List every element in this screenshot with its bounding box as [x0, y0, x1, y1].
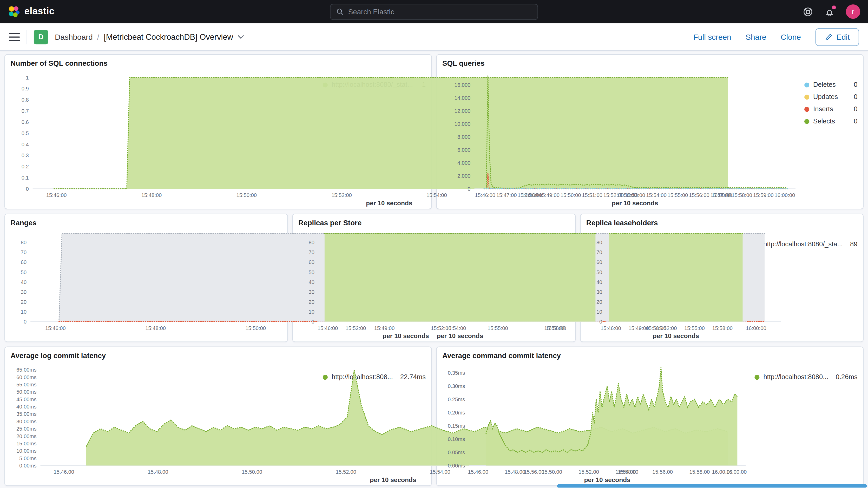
legend-value: 0.26ms [836, 373, 858, 381]
space-badge[interactable]: D [34, 30, 48, 44]
y-tick-label: 65.00ms [17, 367, 37, 373]
legend-value: 0 [854, 93, 857, 101]
panel-body: 0.35ms0.30ms0.25ms0.20ms0.15ms0.10ms0.05… [442, 361, 858, 484]
y-tick-label: 10.00ms [17, 448, 37, 454]
y-tick-label: 60.00ms [17, 374, 37, 380]
series-area-selects [484, 75, 788, 189]
y-tick-label: 50 [596, 270, 602, 275]
x-tick-label: 15:49:00 [539, 192, 560, 198]
y-tick-label: 0.6 [22, 119, 29, 125]
y-tick-label: 60 [596, 259, 602, 265]
panel-title: Number of SQL connections [10, 59, 426, 67]
full-screen-button[interactable]: Full screen [693, 32, 731, 41]
y-tick-label: 8,000 [457, 134, 471, 140]
topbar-right-controls: r [803, 4, 861, 19]
notifications-button[interactable] [824, 6, 835, 17]
y-tick-label: 12,000 [455, 108, 471, 114]
chart-average-command-commit-latency[interactable]: 0.35ms0.30ms0.25ms0.20ms0.15ms0.10ms0.05… [442, 361, 751, 484]
y-tick-label: 15.00ms [17, 441, 37, 447]
y-tick-label: 0 [599, 319, 602, 325]
notification-badge-dot [832, 5, 836, 9]
legend-value: 0 [854, 118, 857, 125]
legend-label: Updates [813, 93, 846, 101]
x-tick-label: 15:55:00 [684, 325, 705, 331]
edit-button[interactable]: Edit [815, 28, 859, 46]
y-tick-label: 0.20ms [448, 410, 465, 416]
user-avatar[interactable]: r [846, 4, 860, 19]
y-tick-label: 2,000 [457, 173, 471, 179]
y-tick-label: 30.00ms [17, 419, 37, 424]
x-tick-label: 16:00:00 [726, 469, 747, 475]
y-tick-label: 30 [21, 289, 27, 295]
x-axis-title: per 10 seconds [584, 476, 630, 483]
kibana-dashboard-app: elastic [0, 0, 868, 488]
chart-ranges[interactable]: 8070605040302010015:46:0015:48:0015:50:0… [10, 228, 211, 340]
y-tick-label: 80 [308, 240, 314, 245]
legend-item[interactable]: Inserts0 [804, 105, 857, 113]
y-tick-label: 60 [308, 259, 314, 265]
panel-body: 10.90.80.70.60.50.40.30.20.1015:46:0015:… [10, 69, 426, 208]
help-ring-icon[interactable] [803, 6, 813, 17]
y-tick-label: 50 [21, 270, 27, 275]
y-tick-label: 40.00ms [17, 404, 37, 409]
legend-item[interactable]: Deletes0 [804, 81, 857, 89]
elastic-logo-icon [8, 5, 20, 18]
clone-button[interactable]: Clone [781, 32, 801, 41]
y-tick-label: 0.2 [22, 164, 29, 170]
search-input[interactable] [348, 7, 532, 16]
y-tick-label: 0.25ms [448, 397, 465, 402]
legend-item[interactable]: Updates0 [804, 93, 857, 101]
y-tick-label: 0.15ms [448, 423, 465, 429]
horizontal-scrollbar-thumb[interactable] [557, 484, 867, 488]
breadcrumb: Dashboard / [Metricbeat CockroachDB] Ove… [55, 32, 244, 41]
y-tick-label: 30 [596, 289, 602, 295]
x-tick-label: 15:56:00 [689, 192, 710, 198]
y-tick-label: 0.30ms [448, 383, 465, 389]
legend-item[interactable]: Selects0 [804, 118, 857, 125]
x-tick-label: 15:49:00 [628, 325, 649, 331]
breadcrumb-dashboard-link[interactable]: Dashboard [55, 32, 93, 41]
x-axis-title: per 10 seconds [612, 200, 658, 207]
series-area-command-latency [486, 367, 737, 465]
y-tick-label: 50 [308, 270, 314, 275]
y-tick-label: 0 [467, 186, 470, 192]
panel-row-1: Number of SQL connections10.90.80.70.60.… [4, 54, 864, 209]
x-tick-label: 15:46:00 [54, 469, 74, 475]
share-button[interactable]: Share [746, 32, 766, 41]
legend-item[interactable]: http://localhost:8080...0.26ms [754, 373, 857, 381]
sql-queries-chart-canvas: 16,00014,00012,00010,0008,0006,0004,0002… [442, 69, 801, 208]
series-line-selects [484, 75, 788, 189]
elastic-home-link[interactable]: elastic [8, 5, 55, 18]
menu-hamburger-button[interactable] [9, 33, 20, 41]
chevron-down-icon[interactable] [238, 35, 244, 39]
x-tick-label: 15:57:00 [710, 192, 731, 198]
average-command-commit-latency-chart-canvas: 0.35ms0.30ms0.25ms0.20ms0.15ms0.10ms0.05… [442, 361, 751, 484]
panel-replicas-per-store: Replicas per Store8070605040302010015:46… [292, 214, 576, 342]
x-tick-label: 15:58:00 [544, 325, 565, 331]
y-tick-label: 0 [26, 186, 29, 192]
chart-replicas-per-store[interactable]: 8070605040302010015:46:0015:49:0015:52:0… [298, 228, 463, 340]
chart-average-log-commit-latency[interactable]: 65.00ms60.00ms55.00ms50.00ms45.00ms40.00… [10, 361, 319, 484]
panel-body: 8070605040302010015:46:0015:49:0015:52:0… [586, 228, 858, 340]
global-search-box[interactable] [330, 4, 538, 20]
x-tick-label: 15:58:00 [689, 469, 710, 475]
y-tick-label: 0.7 [22, 108, 29, 114]
chart-number-of-sql-connections[interactable]: 10.90.80.70.60.50.40.30.20.1015:46:0015:… [10, 69, 319, 208]
y-tick-label: 60 [21, 259, 27, 265]
y-tick-label: 16,000 [455, 82, 471, 88]
replica-leaseholders-chart-canvas: 8070605040302010015:46:0015:49:0015:52:0… [586, 228, 751, 340]
panel-title: SQL queries [442, 59, 858, 67]
x-tick-label: 15:50:00 [245, 325, 266, 331]
y-tick-label: 0.00ms [448, 463, 465, 468]
chart-replica-leaseholders[interactable]: 8070605040302010015:46:0015:49:0015:52:0… [586, 228, 751, 340]
y-tick-label: 4,000 [457, 160, 471, 166]
x-tick-label: 15:52:00 [603, 192, 624, 198]
panel-replica-leaseholders: Replica leaseholders8070605040302010015:… [580, 214, 864, 342]
chart-sql-queries[interactable]: 16,00014,00012,00010,0008,0006,0004,0002… [442, 69, 801, 208]
panel-title: Average command commit latency [442, 352, 858, 360]
x-tick-label: 15:58:00 [712, 325, 733, 331]
y-tick-label: 1 [26, 75, 29, 81]
legend-dot-icon [804, 119, 809, 124]
panel-number-of-sql-connections: Number of SQL connections10.90.80.70.60.… [4, 54, 432, 209]
y-tick-label: 25.00ms [17, 426, 37, 432]
